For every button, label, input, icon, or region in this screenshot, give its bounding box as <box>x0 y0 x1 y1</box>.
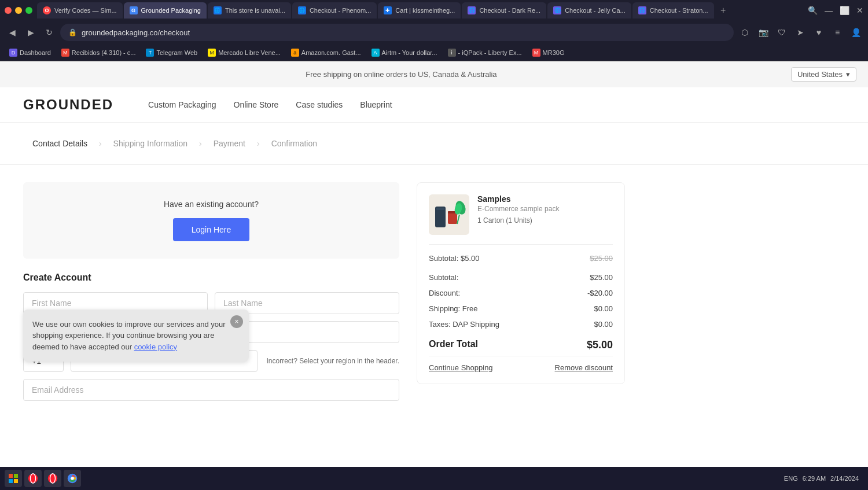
window-controls[interactable] <box>5 7 32 14</box>
nav-online-store[interactable]: Online Store <box>234 100 279 109</box>
bookmark-gmail[interactable]: M Recibidos (4.310) - c... <box>57 47 141 58</box>
browser-tab-grounded[interactable]: G Grounded Packaging <box>124 2 207 19</box>
cookie-close-button[interactable]: × <box>230 315 243 328</box>
back-button[interactable]: ◀ <box>5 25 20 40</box>
bookmark-label-airtm: Airtm - Your dollar... <box>382 49 437 56</box>
browser-tab-verify[interactable]: O Verify Codes — Sim... <box>37 2 123 19</box>
remove-discount-link[interactable]: Remove discount <box>555 363 613 372</box>
bookmark-btn[interactable]: ♥ <box>811 25 826 40</box>
nav-case-studies[interactable]: Case studies <box>296 100 343 109</box>
subtotal-display-label: Subtotal: $5.00 <box>429 254 479 263</box>
forward-button[interactable]: ▶ <box>23 25 38 40</box>
account-btn[interactable]: 👤 <box>848 25 863 40</box>
product-desc: E-Commerce sample pack <box>477 205 613 213</box>
bookmark-label-amazon: Amazon.com. Gast... <box>301 49 361 56</box>
browser-tab-straton[interactable]: 🌐 Checkout - Straton... <box>632 2 714 19</box>
cookie-policy-link[interactable]: cookie policy <box>134 342 177 351</box>
tab-favicon-checkout1: 🌐 <box>298 6 306 14</box>
product-name: Samples <box>477 194 613 204</box>
address-bar[interactable]: 🔒 groundedpackaging.co/checkout <box>60 24 734 41</box>
continue-shopping-link[interactable]: Continue Shopping <box>429 363 493 372</box>
bookmark-mercado[interactable]: M Mercado Libre Vene... <box>203 47 285 58</box>
tab-label-straton: Checkout - Straton... <box>650 7 708 14</box>
tab-label-store: This store is unavai... <box>225 7 285 14</box>
announcement-bar: Free shipping on online orders to US, Ca… <box>0 61 868 87</box>
step-contact-details[interactable]: Contact Details <box>23 134 97 153</box>
minimize-window-btn[interactable] <box>15 7 22 14</box>
camera-btn[interactable]: 📷 <box>756 25 771 40</box>
bookmark-icon-mercado: M <box>208 49 216 57</box>
taxes-row: Taxes: DAP Shipping $0.00 <box>429 316 613 332</box>
phone-region-note: Incorrect? Select your region in the hea… <box>267 357 399 365</box>
reload-button[interactable]: ↻ <box>42 25 57 40</box>
step-shipping-information[interactable]: Shipping Information <box>104 134 197 153</box>
step-payment[interactable]: Payment <box>204 134 255 153</box>
nav-blueprint[interactable]: Blueprint <box>360 100 392 109</box>
cookie-banner-text: We use our own cookies to improve our se… <box>32 320 226 351</box>
menu-btn[interactable]: ≡ <box>830 25 845 40</box>
bookmark-mr30g[interactable]: M MR30G <box>528 47 569 58</box>
shield-btn[interactable]: 🛡 <box>774 25 789 40</box>
maximize-window-btn[interactable] <box>25 7 32 14</box>
country-label: United States <box>797 70 843 79</box>
action-links: Continue Shopping Remove discount <box>429 356 613 372</box>
tab-label-cart: Cart | kissmeintheg... <box>395 7 455 14</box>
country-selector[interactable]: United States ▾ <box>791 67 856 82</box>
create-account-title: Create Account <box>23 272 399 283</box>
bookmarks-bar: D Dashboard M Recibidos (4.310) - c... T… <box>0 44 868 61</box>
bookmark-telegram[interactable]: T Telegram Web <box>141 47 202 58</box>
step-divider-1: › <box>99 139 102 148</box>
site-logo[interactable]: GROUNDED <box>23 97 113 113</box>
browser-titlebar: O Verify Codes — Sim... G Grounded Packa… <box>0 0 868 21</box>
window-minimize-btn[interactable]: — <box>825 6 833 15</box>
new-tab-button[interactable]: + <box>715 2 731 19</box>
browser-tab-checkout2[interactable]: 🌐 Checkout - Dark Re... <box>462 2 546 19</box>
order-total-label: Order Total <box>429 339 478 351</box>
address-text: groundedpackaging.co/checkout <box>82 28 190 37</box>
window-restore-btn[interactable]: ⬜ <box>840 6 849 15</box>
checkout-progress: Contact Details › Shipping Information ›… <box>0 123 868 165</box>
bookmark-iqpack[interactable]: i - iQPack - Liberty Ex... <box>443 47 527 58</box>
browser-tab-cart[interactable]: ✚ Cart | kissmeintheg... <box>378 2 461 19</box>
step-confirmation[interactable]: Confirmation <box>262 134 326 153</box>
taxes-label: Taxes: DAP Shipping <box>429 320 499 329</box>
tab-label-checkout2: Checkout - Dark Re... <box>479 7 540 14</box>
bookmark-label-dashboard: Dashboard <box>20 49 51 56</box>
tab-favicon-straton: 🌐 <box>638 6 646 14</box>
bookmark-airtm[interactable]: A Airtm - Your dollar... <box>367 47 442 58</box>
browser-tab-store[interactable]: 🌐 This store is unavai... <box>208 2 291 19</box>
product-image-svg <box>431 196 468 234</box>
existing-account-text: Have an existing account? <box>41 200 382 209</box>
screenshot-btn[interactable]: ⬡ <box>737 25 752 40</box>
discount-label: Discount: <box>429 289 460 297</box>
subtotal-row-value: $25.00 <box>590 273 613 282</box>
bookmark-icon-gmail: M <box>61 49 69 57</box>
cast-btn[interactable]: ➤ <box>793 25 808 40</box>
browser-tab-checkout1[interactable]: 🌐 Checkout - Phenom... <box>292 2 377 19</box>
email-input[interactable] <box>23 379 399 401</box>
bookmark-label-mr30g: MR30G <box>543 49 565 56</box>
window-search-btn[interactable]: 🔍 <box>808 6 818 15</box>
cookie-banner: × We use our own cookies to improve our … <box>23 310 249 362</box>
bookmark-icon-amazon: a <box>291 49 299 57</box>
bookmark-amazon[interactable]: a Amazon.com. Gast... <box>286 47 366 58</box>
window-close-btn[interactable]: ✕ <box>856 6 863 15</box>
checkout-form-container: Have an existing account? Login Here Cre… <box>23 182 399 408</box>
svg-rect-3 <box>448 212 457 224</box>
login-here-button[interactable]: Login Here <box>173 218 250 241</box>
product-row: Samples E-Commerce sample pack 1 Carton … <box>429 194 613 245</box>
nav-custom-packaging[interactable]: Custom Packaging <box>148 100 216 109</box>
tab-favicon-checkout2: 🌐 <box>468 6 476 14</box>
bookmark-label-mercado: Mercado Libre Vene... <box>218 49 281 56</box>
svg-rect-2 <box>436 208 444 210</box>
product-qty: 1 Carton (1 Units) <box>477 216 613 224</box>
bookmark-dashboard[interactable]: D Dashboard <box>5 47 56 58</box>
site-header: GROUNDED Custom Packaging Online Store C… <box>0 87 868 123</box>
subtotal-row: Subtotal: $25.00 <box>429 270 613 285</box>
shipping-label: Shipping: Free <box>429 304 478 313</box>
browser-tab-jelly[interactable]: 🌐 Checkout - Jelly Ca... <box>547 2 631 19</box>
original-price: $25.00 <box>590 254 613 263</box>
close-window-btn[interactable] <box>5 7 12 14</box>
order-total-row: Order Total $5.00 <box>429 332 613 356</box>
shipping-row: Shipping: Free $0.00 <box>429 301 613 316</box>
